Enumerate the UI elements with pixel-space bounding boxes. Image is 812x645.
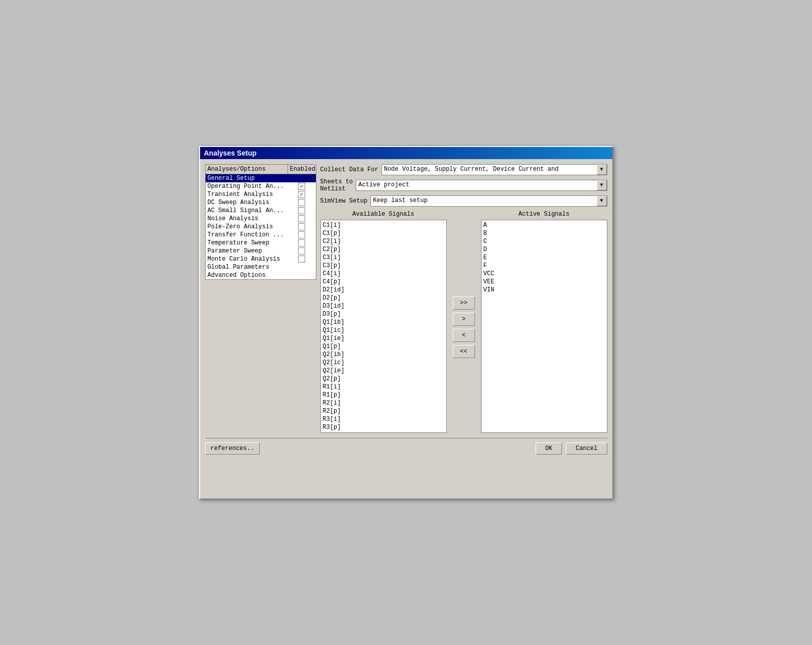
available-signal-item[interactable]: Q2[p] xyxy=(322,375,445,383)
sheets-value: Active project xyxy=(356,180,596,190)
analysis-row[interactable]: Noise Analysis xyxy=(206,215,316,223)
available-signal-item[interactable]: D2[id] xyxy=(322,286,445,294)
table-header: Analyses/Options Enabled xyxy=(206,165,316,174)
analysis-checkbox[interactable] xyxy=(298,256,305,263)
active-signal-item[interactable]: D xyxy=(483,245,606,254)
dialog-title: Analyses Setup xyxy=(204,149,257,157)
analysis-checkbox[interactable] xyxy=(298,199,305,206)
available-signal-item[interactable]: R3[p] xyxy=(322,423,445,431)
add-button[interactable]: > xyxy=(453,313,475,326)
sheets-label: Sheets to Netlist xyxy=(320,178,353,192)
collect-dropdown-arrow[interactable]: ▼ xyxy=(597,165,607,175)
simview-row: SimView Setup Keep last setup ▼ xyxy=(320,195,607,207)
available-signal-item[interactable]: Q1[ib] xyxy=(322,318,445,326)
analysis-row-label: Global Parameters xyxy=(206,263,288,271)
available-signal-item[interactable]: D3[id] xyxy=(322,302,445,310)
analysis-row-check xyxy=(288,267,316,268)
analysis-row-check xyxy=(288,231,316,239)
active-signal-item[interactable]: B xyxy=(483,229,606,237)
remove-all-button[interactable]: << xyxy=(453,345,475,358)
active-signal-item[interactable]: VEE xyxy=(483,278,606,286)
available-signal-item[interactable]: C4[i] xyxy=(322,270,445,278)
simview-dropdown-arrow[interactable]: ▼ xyxy=(597,196,607,206)
analysis-checkbox[interactable] xyxy=(298,223,305,230)
settings-area: Collect Data For Node Voltage, Supply Cu… xyxy=(320,164,607,207)
analysis-row-label: Temperature Sweep xyxy=(206,239,288,247)
available-signal-item[interactable]: R3[i] xyxy=(322,415,445,423)
available-signal-item[interactable]: Q2[ic] xyxy=(322,359,445,367)
active-signal-item[interactable]: E xyxy=(483,254,606,262)
analysis-row[interactable]: Advanced Options xyxy=(206,271,316,279)
analysis-row[interactable]: Monte Carlo Analysis xyxy=(206,255,316,263)
analysis-row[interactable]: DC Sweep Analysis xyxy=(206,199,316,207)
analysis-row[interactable]: Transient Analysis xyxy=(206,190,316,199)
active-signal-item[interactable]: VCC xyxy=(483,270,606,278)
analysis-checkbox[interactable] xyxy=(298,207,305,214)
available-signal-item[interactable]: Q2[ie] xyxy=(322,367,445,375)
analysis-checkbox[interactable] xyxy=(298,247,305,255)
available-signal-item[interactable]: C2[i] xyxy=(322,237,445,245)
available-signals-list[interactable]: C1[i]C1[p]C2[i]C2[p]C3[i]C3[p]C4[i]C4[p]… xyxy=(321,220,446,432)
available-signal-item[interactable]: C1[p] xyxy=(322,229,445,237)
col-analyses-header: Analyses/Options xyxy=(206,165,288,174)
available-signal-item[interactable]: Q1[ie] xyxy=(322,334,445,342)
analysis-row[interactable]: Parameter Sweep xyxy=(206,247,316,255)
active-signal-item[interactable]: F xyxy=(483,262,606,270)
available-signals-panel: Available Signals C1[i]C1[p]C2[i]C2[p]C3… xyxy=(320,211,447,433)
available-signal-item[interactable]: Q2[ib] xyxy=(322,351,445,359)
bottom-right-buttons: OK Cancel xyxy=(532,442,607,455)
active-signals-list-wrapper[interactable]: ABCDEFVCCVEEVIN xyxy=(481,220,607,433)
analysis-row[interactable]: Operating Point An... xyxy=(206,182,316,190)
available-signal-item[interactable]: C3[i] xyxy=(322,254,445,262)
available-signal-item[interactable]: C3[p] xyxy=(322,262,445,270)
available-signal-item[interactable]: D3[p] xyxy=(322,310,445,318)
bottom-bar: references.. OK Cancel xyxy=(205,438,607,455)
analysis-row[interactable]: General Setup xyxy=(206,174,316,182)
available-signals-title: Available Signals xyxy=(320,211,447,218)
analysis-row[interactable]: Pole-Zero Analysis xyxy=(206,223,316,231)
analysis-row[interactable]: Global Parameters xyxy=(206,263,316,271)
analysis-row-label: Noise Analysis xyxy=(206,215,288,223)
active-signals-list[interactable]: ABCDEFVCCVEEVIN xyxy=(482,220,607,432)
available-signal-item[interactable]: C4[p] xyxy=(322,278,445,286)
left-panel: Analyses/Options Enabled General SetupOp… xyxy=(205,164,316,433)
remove-button[interactable]: < xyxy=(453,329,475,342)
dialog-body: Analyses/Options Enabled General SetupOp… xyxy=(200,159,612,460)
analysis-checkbox[interactable] xyxy=(298,239,305,246)
active-signals-title: Active Signals xyxy=(481,211,607,218)
analysis-checkbox[interactable] xyxy=(298,215,305,222)
available-signal-item[interactable]: R1[i] xyxy=(322,383,445,391)
sheets-select-wrapper[interactable]: Active project ▼ xyxy=(356,180,607,191)
analysis-row-label: AC Small Signal An... xyxy=(206,207,288,215)
analysis-row-label: Parameter Sweep xyxy=(206,247,288,255)
collect-select-wrapper[interactable]: Node Voltage, Supply Current, Device Cur… xyxy=(381,164,607,175)
analysis-checkbox[interactable] xyxy=(298,183,305,190)
available-signal-item[interactable]: Q1[p] xyxy=(322,342,445,351)
active-signal-item[interactable]: A xyxy=(483,221,606,229)
add-all-button[interactable]: >> xyxy=(453,296,475,310)
cancel-button[interactable]: Cancel xyxy=(566,442,607,455)
analysis-checkbox[interactable] xyxy=(298,191,305,198)
ok-button[interactable]: OK xyxy=(536,442,562,455)
analysis-row-label: Transfer Function ... xyxy=(206,231,288,239)
available-signal-item[interactable]: C2[p] xyxy=(322,245,445,254)
available-signal-item[interactable]: R1[p] xyxy=(322,391,445,399)
available-signal-item[interactable]: R2[i] xyxy=(322,399,445,407)
available-signals-list-wrapper[interactable]: C1[i]C1[p]C2[i]C2[p]C3[i]C3[p]C4[i]C4[p]… xyxy=(320,220,447,433)
analysis-row-check xyxy=(288,199,316,207)
available-signal-item[interactable]: Q1[ic] xyxy=(322,326,445,334)
analysis-row[interactable]: Transfer Function ... xyxy=(206,231,316,239)
active-signal-item[interactable]: C xyxy=(483,237,606,245)
available-signal-item[interactable]: C1[i] xyxy=(322,221,445,229)
collect-value: Node Voltage, Supply Current, Device Cur… xyxy=(382,165,597,175)
references-button[interactable]: references.. xyxy=(205,442,260,455)
analysis-row[interactable]: Temperature Sweep xyxy=(206,239,316,247)
analysis-row-check xyxy=(288,207,316,215)
available-signal-item[interactable]: R2[p] xyxy=(322,407,445,415)
analysis-checkbox[interactable] xyxy=(298,231,305,238)
available-signal-item[interactable]: D2[p] xyxy=(322,294,445,302)
analysis-row[interactable]: AC Small Signal An... xyxy=(206,207,316,215)
sheets-dropdown-arrow[interactable]: ▼ xyxy=(597,180,607,190)
active-signal-item[interactable]: VIN xyxy=(483,286,606,294)
simview-select-wrapper[interactable]: Keep last setup ▼ xyxy=(370,195,607,207)
